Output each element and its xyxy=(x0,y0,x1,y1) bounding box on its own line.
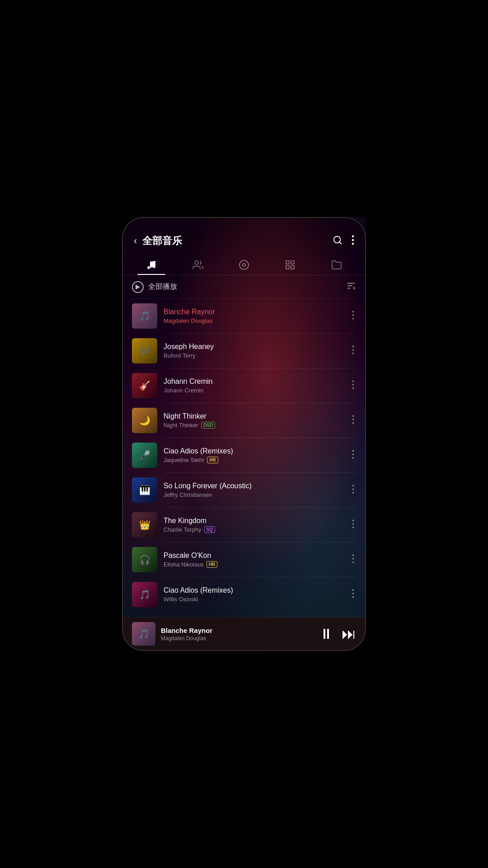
back-button[interactable]: ‹ xyxy=(134,235,137,247)
svg-marker-12 xyxy=(136,284,140,290)
play-all-label: 全部播放 xyxy=(148,282,342,292)
song-item[interactable]: 🎸 Johann Cremin Johann Cremin xyxy=(123,368,365,403)
tab-tracks[interactable] xyxy=(267,255,313,275)
svg-point-26 xyxy=(352,419,354,420)
song-list: 🎵 Blanche Raynor Magdalen Douglas 🎶 Jose… xyxy=(123,299,365,617)
now-playing-artist: Magdalen Douglas xyxy=(161,635,314,642)
svg-point-37 xyxy=(352,554,354,556)
now-playing-info: Blanche Raynor Magdalen Douglas xyxy=(161,627,314,642)
album-art: 🎸 xyxy=(132,373,157,398)
song-more-icon[interactable] xyxy=(350,448,356,463)
svg-line-1 xyxy=(339,242,341,244)
quality-badge: HR xyxy=(206,561,217,568)
svg-point-3 xyxy=(352,239,354,241)
svg-rect-10 xyxy=(286,266,289,269)
song-artist: Willis Osinski xyxy=(164,596,344,603)
quality-badge: HR xyxy=(207,457,218,463)
album-art: 🌙 xyxy=(132,408,157,433)
play-all-button[interactable] xyxy=(132,281,144,293)
song-item[interactable]: 🎵 Blanche Raynor Magdalen Douglas xyxy=(123,299,365,333)
svg-point-24 xyxy=(352,387,354,389)
song-info: Blanche Raynor Magdalen Douglas xyxy=(164,308,344,324)
header-icons xyxy=(333,235,354,247)
album-art: 🎤 xyxy=(132,443,157,468)
song-item[interactable]: 🎧 Pascale O'Kon Elisha Nikolaus HR xyxy=(123,542,365,577)
song-title: Night Thinker xyxy=(164,412,344,420)
song-title: Ciao Adios (Remixes) xyxy=(164,586,344,594)
song-artist: Night Thinker DSD xyxy=(164,422,344,429)
album-art: 🎵 xyxy=(132,303,157,329)
song-artist: Charlie Torphy SQ xyxy=(164,526,344,533)
svg-point-25 xyxy=(352,415,354,417)
song-more-icon[interactable] xyxy=(350,518,356,533)
song-info: Joseph Heaney Buford Terry xyxy=(164,343,344,359)
svg-point-29 xyxy=(352,453,354,455)
page-title: 全部音乐 xyxy=(142,234,329,248)
tab-artists[interactable] xyxy=(174,255,221,275)
album-art: 🎧 xyxy=(132,547,157,572)
album-art: 👑 xyxy=(132,512,157,538)
svg-point-7 xyxy=(243,264,245,266)
song-more-icon[interactable] xyxy=(350,344,356,359)
svg-point-28 xyxy=(352,450,354,452)
song-item[interactable]: 🎹 So Long Forever (Acoustic) Jeffry Chri… xyxy=(123,473,365,507)
song-title: Pascale O'Kon xyxy=(164,552,344,560)
svg-point-36 xyxy=(352,526,354,528)
svg-point-2 xyxy=(352,235,354,237)
svg-point-40 xyxy=(352,589,354,591)
svg-point-31 xyxy=(352,485,354,486)
svg-point-39 xyxy=(352,561,354,563)
search-icon[interactable] xyxy=(333,235,343,247)
song-item[interactable]: 🌙 Night Thinker Night Thinker DSD xyxy=(123,403,365,438)
svg-point-4 xyxy=(352,242,354,245)
tab-folders[interactable] xyxy=(314,255,360,275)
song-more-icon[interactable] xyxy=(350,483,356,498)
song-title: The Kingdom xyxy=(164,517,344,525)
svg-rect-11 xyxy=(291,266,294,269)
svg-point-21 xyxy=(352,352,354,354)
song-artist: Elisha Nikolaus HR xyxy=(164,561,344,568)
svg-point-30 xyxy=(352,457,354,458)
song-title: Johann Cremin xyxy=(164,377,344,386)
tab-albums[interactable] xyxy=(221,255,267,275)
song-more-icon[interactable] xyxy=(350,378,356,393)
song-item[interactable]: 🎵 Ciao Adios (Remixes) Willis Osinski xyxy=(123,577,365,612)
header: ‹ 全部音乐 xyxy=(123,218,365,253)
tab-songs[interactable] xyxy=(128,255,174,275)
song-more-icon[interactable] xyxy=(350,552,356,567)
svg-rect-8 xyxy=(286,261,289,264)
song-item[interactable]: 🎤 Ciao Adios (Remixes) Jaqueline Stehr H… xyxy=(123,438,365,472)
play-all-toolbar: 全部播放 xyxy=(123,275,365,298)
now-playing-bar: 🎵 Blanche Raynor Magdalen Douglas ⏸ ⏭ xyxy=(123,617,365,650)
album-art: 🎵 xyxy=(132,582,157,607)
svg-point-16 xyxy=(352,311,354,312)
sort-icon[interactable] xyxy=(346,281,356,293)
svg-point-38 xyxy=(352,558,354,560)
next-button[interactable]: ⏭ xyxy=(342,626,356,642)
song-title: Blanche Raynor xyxy=(164,308,344,316)
song-more-icon[interactable] xyxy=(350,587,356,602)
svg-point-5 xyxy=(195,261,198,264)
song-info: Pascale O'Kon Elisha Nikolaus HR xyxy=(164,552,344,568)
more-menu-icon[interactable] xyxy=(352,235,354,247)
quality-badge: SQ xyxy=(204,526,215,533)
song-more-icon[interactable] xyxy=(350,413,356,428)
song-info: Ciao Adios (Remixes) Jaqueline Stehr HR xyxy=(164,447,344,463)
song-item[interactable]: 👑 The Kingdom Charlie Torphy SQ xyxy=(123,508,365,542)
song-more-icon[interactable] xyxy=(350,309,356,324)
song-item[interactable]: 🎶 Joseph Heaney Buford Terry xyxy=(123,334,365,368)
pause-button[interactable]: ⏸ xyxy=(319,626,333,642)
svg-point-42 xyxy=(352,596,354,598)
song-artist: Buford Terry xyxy=(164,352,344,359)
svg-point-6 xyxy=(239,260,249,269)
song-info: Johann Cremin Johann Cremin xyxy=(164,377,344,394)
now-playing-title: Blanche Raynor xyxy=(161,627,314,634)
song-artist: Magdalen Douglas xyxy=(164,317,344,324)
song-info: So Long Forever (Acoustic) Jeffry Christ… xyxy=(164,482,344,498)
song-artist: Johann Cremin xyxy=(164,387,344,394)
svg-point-20 xyxy=(352,349,354,351)
now-playing-art[interactable]: 🎵 xyxy=(132,622,155,646)
song-info: Night Thinker Night Thinker DSD xyxy=(164,412,344,429)
svg-point-19 xyxy=(352,345,354,347)
svg-point-23 xyxy=(352,384,354,386)
